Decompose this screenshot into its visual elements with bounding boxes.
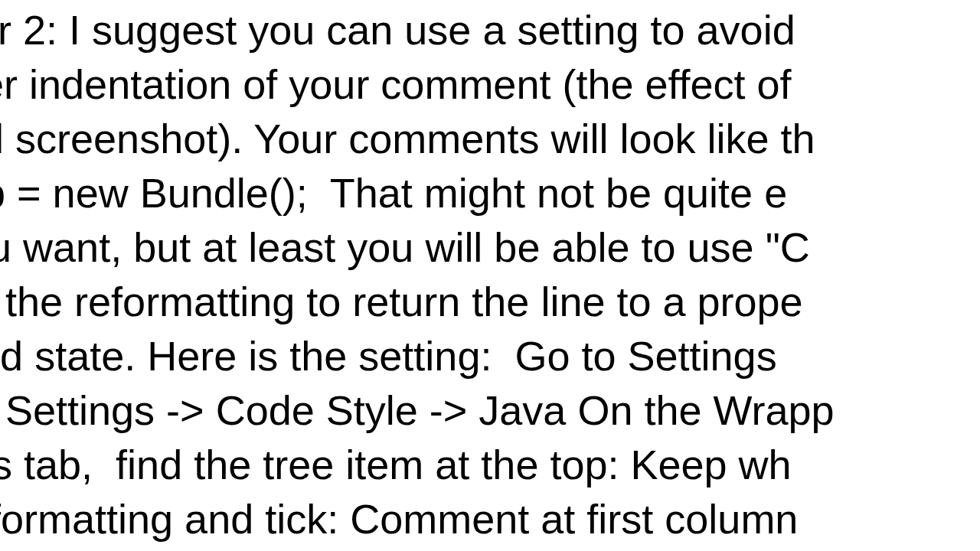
text-line: nd screenshot). Your comments will look … [0,112,815,166]
text-line: her indentation of your comment (the eff… [0,57,803,112]
text-line: you want, but at least you will be able … [0,220,810,275]
text-line: Settings -> Code Style -> Java On the Wr… [0,383,835,438]
text-line: ces tab, find the tree item at the top: … [0,438,792,492]
text-line: wer 2: I suggest you can use a setting t… [0,3,795,57]
text-line: reformatting and tick: Comment at first … [0,492,798,546]
text-line: er the reformatting to return the line t… [0,275,803,329]
text-line: e b = new Bundle(); That might not be qu… [0,166,787,220]
text-line: gned state. Here is the setting: Go to S… [0,329,789,383]
